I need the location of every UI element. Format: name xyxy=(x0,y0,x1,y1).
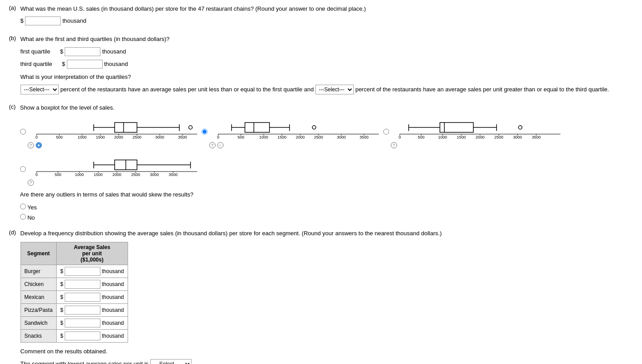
bp2-radio[interactable] xyxy=(202,129,207,135)
part-c: (c) Show a boxplot for the level of sale… xyxy=(9,103,633,223)
svg-text:3000: 3000 xyxy=(155,135,164,139)
first-quartile-row: first quartile $ thousand xyxy=(21,46,627,57)
segment-cell-2: Mexican xyxy=(21,291,56,304)
no-radio[interactable] xyxy=(20,214,26,220)
svg-text:0: 0 xyxy=(35,172,37,177)
part-b: (b) What are the first and third quartil… xyxy=(9,35,633,97)
dollar-0: $ xyxy=(60,268,65,274)
bp2-info-icon[interactable]: ? xyxy=(209,142,215,148)
bp4-info-row: ? xyxy=(28,180,197,186)
bp1-info-icon[interactable]: ? xyxy=(28,142,34,148)
svg-text:3500: 3500 xyxy=(360,135,369,139)
value-cell-0: $ thousand xyxy=(56,265,128,278)
svg-text:3000: 3000 xyxy=(337,135,346,139)
no-label: No xyxy=(27,214,35,221)
bp1-info-row: ? ● xyxy=(28,142,197,148)
third-quartile-input[interactable] xyxy=(67,60,103,69)
part-c-content: Show a boxplot for the level of sales. xyxy=(20,103,626,223)
suffix-5: thousand xyxy=(102,333,124,339)
segment-input-0[interactable] xyxy=(65,267,100,276)
bp1-selected-icon[interactable]: ● xyxy=(36,142,42,148)
bp4-svg: 0 500 1000 1500 2000 2500 3000 3500 xyxy=(28,153,197,177)
suffix-4: thousand xyxy=(102,320,124,326)
part-b-content: What are the first and third quartiles (… xyxy=(21,35,627,97)
bp4-info-icon[interactable]: ? xyxy=(28,180,34,186)
svg-text:1000: 1000 xyxy=(259,135,268,139)
bp1-svg: 0 500 1000 1500 2000 2500 3000 3500 xyxy=(28,115,197,140)
bp4-container: 0 500 1000 1500 2000 2500 3000 3500 xyxy=(20,153,626,186)
segment-input-4[interactable] xyxy=(65,319,100,327)
yes-radio[interactable] xyxy=(20,204,26,209)
bp2-chart: 0 500 1000 1500 2000 2500 3000 3500 xyxy=(209,115,379,148)
bp2-svg: 0 500 1000 1500 2000 2500 3000 3500 xyxy=(209,115,379,140)
part-a-content: What was the mean U.S. sales (in thousan… xyxy=(21,4,627,29)
third-quartile-dollar: $ xyxy=(62,61,65,67)
part-a-suffix: thousand xyxy=(62,17,87,24)
bp1-radio[interactable] xyxy=(20,129,26,135)
interpretation-label: What is your interpretation of the quart… xyxy=(21,73,627,82)
third-quartile-suffix: thousand xyxy=(104,61,128,67)
first-quartile-label: first quartile xyxy=(21,48,50,55)
svg-text:3500: 3500 xyxy=(532,135,541,139)
svg-text:1500: 1500 xyxy=(457,135,466,139)
col-header-segment: Segment xyxy=(21,242,56,265)
main-container: (a) What was the mean U.S. sales (in tho… xyxy=(0,0,642,364)
svg-text:1000: 1000 xyxy=(75,172,84,177)
svg-point-30 xyxy=(312,126,316,129)
table-row: Snacks $ thousand xyxy=(21,330,128,343)
yes-label: Yes xyxy=(27,204,37,211)
svg-text:1000: 1000 xyxy=(438,135,447,139)
table-row: Sandwich $ thousand xyxy=(21,317,128,330)
part-a-question: What was the mean U.S. sales (in thousan… xyxy=(21,4,627,14)
part-a-label: (a) xyxy=(9,4,16,11)
col-header-sales: Average Salesper unit($1,000s) xyxy=(56,242,128,265)
interp-text-2: percent of the restaurants have an avera… xyxy=(355,86,609,93)
bp3-info-icon[interactable]: ? xyxy=(391,142,397,148)
part-a: (a) What was the mean U.S. sales (in tho… xyxy=(9,4,633,29)
part-d-label: (d) xyxy=(9,229,16,236)
part-c-label: (c) xyxy=(9,103,16,110)
part-a-dollar: $ xyxy=(21,17,24,24)
bp2-container: 0 500 1000 1500 2000 2500 3000 3500 xyxy=(202,115,379,148)
svg-text:2000: 2000 xyxy=(296,135,305,139)
bp3-info-row: ? xyxy=(391,142,560,148)
svg-rect-50 xyxy=(440,123,473,132)
interp-select-1[interactable]: ---Select--- 25 50 75 xyxy=(21,85,59,94)
svg-text:2000: 2000 xyxy=(112,172,121,177)
first-quartile-dollar: $ xyxy=(60,48,63,55)
part-a-input[interactable] xyxy=(25,16,61,25)
first-quartile-suffix: thousand xyxy=(102,48,126,55)
svg-text:1500: 1500 xyxy=(96,135,105,139)
first-quartile-input[interactable] xyxy=(65,47,100,56)
bp4-radio[interactable] xyxy=(20,166,26,172)
bp3-radio[interactable] xyxy=(383,129,389,135)
part-d: (d) Develop a frequency distribution sho… xyxy=(9,229,633,364)
bp3-svg: 0 500 1000 1500 2000 2500 3000 3500 xyxy=(391,115,560,140)
svg-text:500: 500 xyxy=(418,135,424,139)
svg-text:500: 500 xyxy=(56,135,62,139)
bp4-chart: 0 500 1000 1500 2000 2500 3000 3500 xyxy=(28,153,197,186)
yes-no-group: Yes No xyxy=(20,202,626,223)
comment-select[interactable]: ---Select--- Burger Chicken Mexican Pizz… xyxy=(150,359,191,364)
interp-select-2[interactable]: ---Select--- 25 50 75 xyxy=(315,85,354,94)
svg-text:2500: 2500 xyxy=(133,135,141,139)
segment-input-3[interactable] xyxy=(65,306,100,315)
segment-cell-3: Pizza/Pasta xyxy=(21,304,56,317)
svg-text:2000: 2000 xyxy=(476,135,485,139)
table-row: Mexican $ thousand xyxy=(21,291,128,304)
segment-input-5[interactable] xyxy=(65,331,100,340)
segment-cell-0: Burger xyxy=(21,265,56,278)
part-c-question: Show a boxplot for the level of sales. xyxy=(20,103,626,113)
svg-rect-2 xyxy=(115,123,137,132)
svg-text:1500: 1500 xyxy=(278,135,286,139)
dollar-3: $ xyxy=(60,307,65,313)
interp-text-1: percent of the restaurants have an avera… xyxy=(60,86,314,93)
bp2-unselected-icon[interactable]: ○ xyxy=(217,142,224,148)
svg-text:2000: 2000 xyxy=(114,135,123,139)
value-cell-3: $ thousand xyxy=(56,304,128,317)
segment-input-1[interactable] xyxy=(65,280,100,289)
yes-row: Yes xyxy=(20,202,626,213)
segment-input-2[interactable] xyxy=(65,293,100,302)
freq-table: Segment Average Salesper unit($1,000s) B… xyxy=(21,242,128,343)
svg-point-54 xyxy=(518,126,522,129)
